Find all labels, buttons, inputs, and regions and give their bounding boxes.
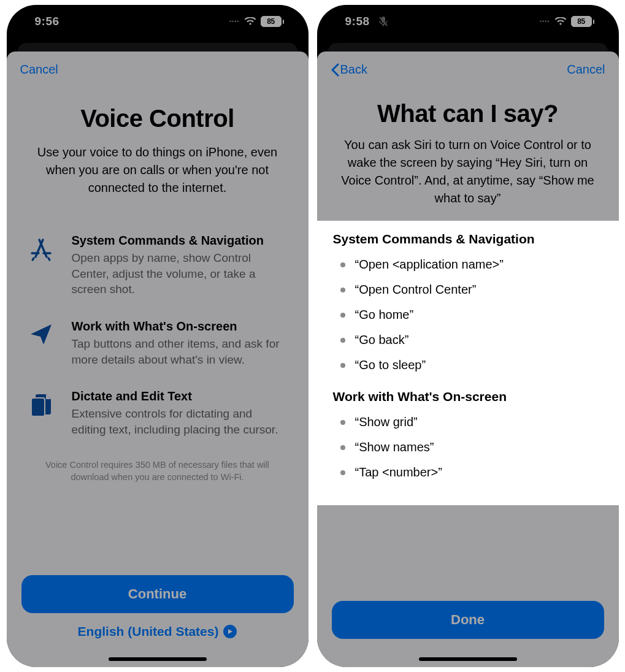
page-subtitle: You can ask Siri to turn on Voice Contro… [331, 136, 605, 207]
bullet-icon [340, 470, 345, 475]
feature-desc: Extensive controls for dictating and edi… [72, 406, 288, 437]
home-indicator[interactable] [109, 657, 207, 661]
command-item: “Open <application name>” [340, 258, 603, 272]
wifi-icon [244, 17, 256, 26]
phone-voice-control-intro: 9:56 •••• 85 Cancel Voice Control Use [7, 5, 309, 667]
battery-icon: 85 [261, 16, 284, 27]
home-indicator[interactable] [419, 657, 517, 661]
command-item: “Go home” [340, 308, 603, 322]
play-circle-icon [223, 625, 237, 638]
feature-desc: Open apps by name, show Control Center, … [72, 250, 288, 297]
bullet-icon [340, 288, 345, 292]
cellular-dots-icon: •••• [229, 18, 240, 25]
feature-desc: Tap buttons and other items, and ask for… [72, 336, 288, 367]
modal-sheet: Back Cancel What can I say? You can ask … [317, 52, 619, 667]
bullet-icon [340, 420, 345, 425]
page-subtitle: Use your voice to do things on iPhone, e… [20, 143, 295, 197]
feature-item: Dictate and Edit Text Extensive controls… [28, 389, 288, 437]
feature-title: System Commands & Navigation [72, 234, 288, 248]
feature-title: Dictate and Edit Text [72, 389, 288, 403]
done-button[interactable]: Done [332, 601, 604, 639]
cancel-button[interactable]: Cancel [20, 63, 58, 77]
command-item: “Go back” [340, 333, 603, 347]
bullet-icon [340, 363, 345, 368]
battery-level: 85 [261, 16, 282, 27]
language-label: English (United States) [78, 624, 219, 639]
documents-icon [28, 389, 55, 437]
page-title: Voice Control [20, 105, 295, 132]
command-item: “Go to sleep” [340, 358, 603, 372]
status-bar: 9:56 •••• 85 [7, 5, 309, 38]
paperplane-icon [28, 319, 55, 367]
feature-item: Work with What's On-screen Tap buttons a… [28, 319, 288, 367]
commands-section-title: Work with What's On-screen [333, 389, 603, 404]
phone-what-can-i-say: 9:58 •••• 85 Back C [317, 5, 619, 667]
status-bar: 9:58 •••• 85 [317, 5, 619, 38]
commands-section-title: System Commands & Navigation [333, 232, 603, 246]
bullet-icon [340, 445, 345, 450]
chevron-left-icon [331, 63, 339, 77]
command-item: “Tap <number>” [340, 465, 603, 479]
modal-sheet: Cancel Voice Control Use your voice to d… [7, 52, 309, 667]
command-item: “Open Control Center” [340, 283, 603, 297]
command-item: “Show grid” [340, 415, 603, 429]
page-title: What can I say? [331, 100, 605, 128]
language-button[interactable]: English (United States) [21, 624, 294, 639]
footnote: Voice Control requires 350 MB of necessa… [20, 459, 295, 483]
mic-off-icon [378, 16, 388, 27]
nav-bar: Back Cancel [317, 52, 619, 82]
status-time: 9:56 [35, 15, 59, 28]
feature-item: System Commands & Navigation Open apps b… [28, 234, 288, 297]
wifi-icon [554, 17, 567, 26]
status-right: •••• 85 [540, 16, 594, 27]
cellular-dots-icon: •••• [540, 18, 550, 25]
continue-button[interactable]: Continue [21, 575, 294, 613]
back-button[interactable]: Back [331, 63, 367, 77]
svg-rect-1 [31, 398, 45, 416]
feature-title: Work with What's On-screen [72, 319, 288, 334]
commands-card: System Commands & Navigation “Open <appl… [317, 221, 619, 505]
nav-bar: Cancel [7, 52, 309, 82]
bullet-icon [340, 338, 345, 343]
appstore-icon [28, 234, 55, 297]
battery-level: 85 [571, 16, 592, 27]
cancel-button[interactable]: Cancel [567, 63, 605, 77]
status-time: 9:58 [345, 15, 370, 28]
command-item: “Show names” [340, 440, 603, 454]
bullet-icon [340, 313, 345, 318]
bullet-icon [340, 262, 345, 267]
status-right: •••• 85 [229, 16, 284, 27]
battery-icon: 85 [571, 16, 594, 27]
feature-list: System Commands & Navigation Open apps b… [20, 234, 295, 437]
